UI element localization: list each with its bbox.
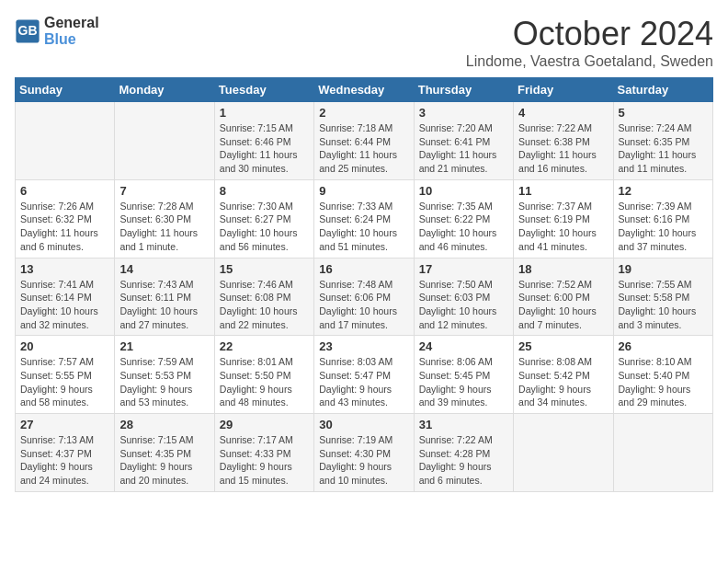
day-info: Sunrise: 7:33 AM Sunset: 6:24 PM Dayligh…	[319, 200, 408, 254]
day-number: 7	[119, 184, 209, 198]
day-number: 21	[119, 339, 209, 353]
day-number: 30	[319, 418, 408, 431]
calendar-cell: 11Sunrise: 7:37 AM Sunset: 6:19 PM Dayli…	[514, 179, 613, 258]
day-info: Sunrise: 7:13 AM Sunset: 4:37 PM Dayligh…	[20, 433, 109, 488]
day-info: Sunrise: 7:22 AM Sunset: 6:38 PM Dayligh…	[518, 121, 608, 176]
calendar-cell: 2Sunrise: 7:18 AM Sunset: 6:44 PM Daylig…	[314, 102, 414, 180]
calendar-cell: 23Sunrise: 8:03 AM Sunset: 5:47 PM Dayli…	[314, 336, 414, 414]
day-info: Sunrise: 7:55 AM Sunset: 5:58 PM Dayligh…	[619, 278, 708, 332]
calendar-cell: 16Sunrise: 7:48 AM Sunset: 6:06 PM Dayli…	[314, 258, 414, 336]
day-number: 16	[319, 262, 408, 276]
calendar-cell: 24Sunrise: 8:06 AM Sunset: 5:45 PM Dayli…	[414, 336, 513, 414]
calendar-cell: 19Sunrise: 7:55 AM Sunset: 5:58 PM Dayli…	[613, 258, 712, 336]
weekday-header-wednesday: Wednesday	[314, 78, 414, 102]
weekday-header-saturday: Saturday	[613, 78, 712, 102]
day-number: 2	[319, 106, 408, 120]
calendar-cell: 14Sunrise: 7:43 AM Sunset: 6:11 PM Dayli…	[115, 258, 214, 336]
calendar-cell: 30Sunrise: 7:19 AM Sunset: 4:30 PM Dayli…	[314, 414, 414, 492]
day-number: 14	[119, 262, 209, 276]
day-number: 4	[518, 106, 608, 120]
day-number: 10	[419, 184, 508, 198]
calendar-cell: 5Sunrise: 7:24 AM Sunset: 6:35 PM Daylig…	[613, 102, 712, 180]
day-info: Sunrise: 7:59 AM Sunset: 5:53 PM Dayligh…	[119, 355, 209, 409]
weekday-header-monday: Monday	[115, 78, 214, 102]
title-area: October 2024 Lindome, Vaestra Goetaland,…	[466, 15, 713, 70]
calendar-cell: 15Sunrise: 7:46 AM Sunset: 6:08 PM Dayli…	[214, 258, 313, 336]
day-number: 5	[619, 106, 708, 120]
day-info: Sunrise: 7:22 AM Sunset: 4:28 PM Dayligh…	[419, 433, 508, 488]
calendar-cell: 29Sunrise: 7:17 AM Sunset: 4:33 PM Dayli…	[214, 414, 313, 492]
calendar-week-5: 27Sunrise: 7:13 AM Sunset: 4:37 PM Dayli…	[16, 414, 713, 492]
day-info: Sunrise: 8:10 AM Sunset: 5:40 PM Dayligh…	[619, 355, 708, 409]
day-info: Sunrise: 7:35 AM Sunset: 6:22 PM Dayligh…	[419, 200, 508, 254]
day-number: 25	[518, 339, 608, 353]
calendar-cell: 18Sunrise: 7:52 AM Sunset: 6:00 PM Dayli…	[514, 258, 613, 336]
day-number: 28	[119, 418, 209, 431]
calendar-cell: 3Sunrise: 7:20 AM Sunset: 6:41 PM Daylig…	[414, 102, 513, 180]
weekday-header-row: SundayMondayTuesdayWednesdayThursdayFrid…	[16, 78, 713, 102]
calendar-cell: 7Sunrise: 7:28 AM Sunset: 6:30 PM Daylig…	[115, 179, 214, 258]
calendar-week-2: 6Sunrise: 7:26 AM Sunset: 6:32 PM Daylig…	[16, 179, 713, 258]
day-info: Sunrise: 7:37 AM Sunset: 6:19 PM Dayligh…	[518, 200, 608, 254]
weekday-header-tuesday: Tuesday	[214, 78, 313, 102]
day-number: 3	[419, 106, 508, 120]
day-info: Sunrise: 7:17 AM Sunset: 4:33 PM Dayligh…	[220, 433, 309, 488]
day-info: Sunrise: 7:41 AM Sunset: 6:14 PM Dayligh…	[20, 278, 109, 332]
calendar-cell: 9Sunrise: 7:33 AM Sunset: 6:24 PM Daylig…	[314, 179, 414, 258]
calendar-cell	[16, 102, 115, 180]
day-info: Sunrise: 7:46 AM Sunset: 6:08 PM Dayligh…	[220, 278, 309, 332]
day-info: Sunrise: 8:03 AM Sunset: 5:47 PM Dayligh…	[319, 355, 408, 409]
calendar-week-1: 1Sunrise: 7:15 AM Sunset: 6:46 PM Daylig…	[16, 102, 713, 180]
calendar-cell: 25Sunrise: 8:08 AM Sunset: 5:42 PM Dayli…	[514, 336, 613, 414]
weekday-header-thursday: Thursday	[414, 78, 513, 102]
month-title: October 2024	[466, 15, 713, 53]
day-info: Sunrise: 7:18 AM Sunset: 6:44 PM Dayligh…	[319, 121, 408, 176]
header: GB General Blue October 2024 Lindome, Va…	[15, 15, 713, 70]
calendar-cell: 31Sunrise: 7:22 AM Sunset: 4:28 PM Dayli…	[414, 414, 513, 492]
day-info: Sunrise: 7:20 AM Sunset: 6:41 PM Dayligh…	[419, 121, 508, 176]
location-subtitle: Lindome, Vaestra Goetaland, Sweden	[466, 53, 713, 70]
day-info: Sunrise: 7:43 AM Sunset: 6:11 PM Dayligh…	[119, 278, 209, 332]
day-info: Sunrise: 7:48 AM Sunset: 6:06 PM Dayligh…	[319, 278, 408, 332]
calendar-cell: 6Sunrise: 7:26 AM Sunset: 6:32 PM Daylig…	[16, 179, 115, 258]
day-number: 27	[20, 418, 109, 431]
calendar-cell: 26Sunrise: 8:10 AM Sunset: 5:40 PM Dayli…	[613, 336, 712, 414]
calendar-cell: 28Sunrise: 7:15 AM Sunset: 4:35 PM Dayli…	[115, 414, 214, 492]
day-number: 23	[319, 339, 408, 353]
calendar-cell: 20Sunrise: 7:57 AM Sunset: 5:55 PM Dayli…	[16, 336, 115, 414]
calendar-cell: 8Sunrise: 7:30 AM Sunset: 6:27 PM Daylig…	[214, 179, 313, 258]
calendar-cell: 27Sunrise: 7:13 AM Sunset: 4:37 PM Dayli…	[16, 414, 115, 492]
weekday-header-friday: Friday	[514, 78, 613, 102]
day-info: Sunrise: 7:50 AM Sunset: 6:03 PM Dayligh…	[419, 278, 508, 332]
calendar-cell	[514, 414, 613, 492]
calendar-cell	[613, 414, 712, 492]
day-number: 19	[619, 262, 708, 276]
day-number: 12	[619, 184, 708, 198]
calendar-cell: 13Sunrise: 7:41 AM Sunset: 6:14 PM Dayli…	[16, 258, 115, 336]
calendar-cell: 4Sunrise: 7:22 AM Sunset: 6:38 PM Daylig…	[514, 102, 613, 180]
day-info: Sunrise: 7:26 AM Sunset: 6:32 PM Dayligh…	[20, 200, 109, 254]
day-number: 29	[220, 418, 309, 431]
day-number: 26	[619, 339, 708, 353]
day-number: 9	[319, 184, 408, 198]
calendar-table: SundayMondayTuesdayWednesdayThursdayFrid…	[15, 77, 713, 492]
day-number: 31	[419, 418, 508, 431]
svg-text:GB: GB	[18, 23, 38, 38]
day-number: 20	[20, 339, 109, 353]
day-info: Sunrise: 7:30 AM Sunset: 6:27 PM Dayligh…	[220, 200, 309, 254]
calendar-week-3: 13Sunrise: 7:41 AM Sunset: 6:14 PM Dayli…	[16, 258, 713, 336]
day-info: Sunrise: 8:01 AM Sunset: 5:50 PM Dayligh…	[220, 355, 309, 409]
day-info: Sunrise: 7:15 AM Sunset: 6:46 PM Dayligh…	[220, 121, 309, 176]
day-number: 15	[220, 262, 309, 276]
day-info: Sunrise: 7:15 AM Sunset: 4:35 PM Dayligh…	[119, 433, 209, 488]
calendar-cell	[115, 102, 214, 180]
calendar-week-4: 20Sunrise: 7:57 AM Sunset: 5:55 PM Dayli…	[16, 336, 713, 414]
day-info: Sunrise: 8:06 AM Sunset: 5:45 PM Dayligh…	[419, 355, 508, 409]
day-info: Sunrise: 7:39 AM Sunset: 6:16 PM Dayligh…	[619, 200, 708, 254]
day-info: Sunrise: 7:24 AM Sunset: 6:35 PM Dayligh…	[619, 121, 708, 176]
logo: GB General Blue	[15, 15, 99, 47]
day-number: 22	[220, 339, 309, 353]
calendar-cell: 12Sunrise: 7:39 AM Sunset: 6:16 PM Dayli…	[613, 179, 712, 258]
day-number: 13	[20, 262, 109, 276]
calendar-cell: 21Sunrise: 7:59 AM Sunset: 5:53 PM Dayli…	[115, 336, 214, 414]
